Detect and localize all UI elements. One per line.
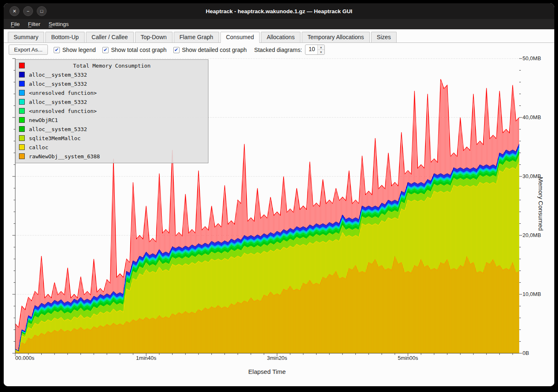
menubar: FileFilterSettings (4, 19, 554, 29)
maximize-button[interactable]: □ (37, 6, 47, 16)
tab-summary[interactable]: Summary (8, 32, 44, 42)
legend-swatch (19, 72, 25, 77)
close-button[interactable]: ✕ (9, 6, 19, 16)
checkbox-show-total-cost-graph[interactable]: ✔Show total cost graph (102, 47, 167, 53)
toolbar: Export As... ✔Show legend✔Show total cos… (4, 43, 554, 56)
legend-label: calloc (29, 144, 48, 150)
legend-swatch (19, 126, 25, 132)
stacked-diagrams-spinbox[interactable]: 10 ▴ ▾ (305, 45, 325, 55)
export-as-button[interactable]: Export As... (9, 45, 48, 55)
titlebar: ✕ − □ Heaptrack - heaptrack.wakunode.1.g… (4, 3, 554, 19)
legend-label: newObjRC1 (29, 117, 58, 123)
checkbox-label: Show legend (62, 47, 96, 53)
minimize-button[interactable]: − (23, 6, 33, 16)
chart-legend: Total Memory Consumptionalloc__system_53… (15, 59, 208, 163)
maximize-icon: □ (40, 9, 43, 14)
y-axis-title: Memory Consumed (537, 177, 544, 231)
legend-item: rawNewObj__system_6388 (16, 152, 208, 161)
legend-item: newObjRC1 (16, 115, 208, 124)
legend-item: sqlite3MemMalloc (16, 134, 208, 143)
legend-label: alloc__system_5332 (29, 72, 87, 78)
menu-settings[interactable]: Settings (45, 20, 73, 28)
spin-up-icon[interactable]: ▴ (318, 45, 324, 49)
checkbox-label: Show detailed cost graph (182, 47, 247, 53)
legend-item: calloc (16, 143, 208, 152)
tab-caller-callee[interactable]: Caller / Callee (86, 32, 134, 42)
legend-swatch (19, 108, 25, 114)
legend-label: alloc__system_5332 (29, 81, 87, 87)
y-tick-label: 20,0MB (523, 232, 541, 238)
checkbox-show-legend[interactable]: ✔Show legend (54, 47, 96, 53)
stacked-diagrams-label: Stacked diagrams: (254, 47, 302, 53)
legend-item: alloc__system_5332 (16, 97, 208, 106)
legend-swatch (19, 99, 25, 105)
legend-swatch (19, 135, 25, 141)
y-tick-label: 0B (523, 350, 529, 356)
x-tick-label: 1min40s (136, 355, 156, 361)
legend-item: <unresolved function> (16, 88, 208, 97)
legend-label: alloc__system_5332 (29, 99, 87, 105)
tab-temporary-allocations[interactable]: Temporary Allocations (302, 32, 370, 42)
y-tick-label: 50,0MB (523, 55, 541, 61)
legend-item: alloc__system_5332 (16, 79, 208, 88)
legend-swatch (19, 153, 25, 159)
tab-bottom-up[interactable]: Bottom-Up (45, 32, 85, 42)
x-tick-label: 5min00s (398, 355, 418, 361)
tab-consumed[interactable]: Consumed (220, 32, 260, 43)
legend-label: rawNewObj__system_6388 (29, 153, 100, 160)
main-content: SummaryBottom-UpCaller / CalleeTop-DownF… (4, 29, 554, 386)
minimize-icon: − (27, 9, 29, 14)
checkmark-icon: ✔ (173, 47, 180, 53)
legend-swatch (19, 90, 25, 96)
legend-item: alloc__system_5332 (16, 124, 208, 134)
checkmark-icon: ✔ (102, 47, 109, 53)
window-controls: ✕ − □ (9, 6, 47, 16)
window-title: Heaptrack - heaptrack.wakunode.1.gz — He… (206, 8, 352, 14)
checkbox-show-detailed-cost-graph[interactable]: ✔Show detailed cost graph (173, 47, 247, 53)
legend-swatch (19, 81, 25, 87)
consumed-chart-area: Total Memory Consumptionalloc__system_53… (4, 56, 554, 386)
tab-top-down[interactable]: Top-Down (135, 32, 173, 42)
x-tick-label: 3min20s (267, 355, 287, 361)
legend-label: <unresolved function> (29, 108, 97, 114)
menu-file[interactable]: File (7, 20, 24, 28)
spinbox-steppers: ▴ ▾ (317, 45, 324, 54)
checkmark-icon: ✔ (54, 47, 60, 53)
close-icon: ✕ (12, 9, 16, 14)
tab-bar: SummaryBottom-UpCaller / CalleeTop-DownF… (4, 29, 554, 43)
legend-label: <unresolved function> (29, 90, 97, 96)
checkbox-label: Show total cost graph (111, 47, 167, 53)
legend-swatch (19, 144, 25, 150)
x-tick-label: 00.000s (15, 355, 34, 361)
legend-item: alloc__system_5332 (16, 70, 208, 79)
menu-filter[interactable]: Filter (24, 20, 44, 28)
spin-down-icon[interactable]: ▾ (318, 49, 324, 54)
heaptrack-window: ✕ − □ Heaptrack - heaptrack.wakunode.1.g… (4, 3, 554, 386)
y-tick-label: 40,0MB (523, 114, 541, 120)
tab-sizes[interactable]: Sizes (371, 32, 397, 42)
legend-title: Total Memory Consumption (29, 63, 195, 69)
tab-flame-graph[interactable]: Flame Graph (174, 32, 219, 42)
x-axis-title: Elapsed Time (248, 368, 286, 375)
legend-item: <unresolved function> (16, 106, 208, 115)
stacked-diagrams-value: 10 (305, 45, 317, 54)
legend-swatch (19, 117, 25, 123)
y-tick-label: 10,0MB (523, 291, 541, 297)
legend-label: alloc__system_5332 (29, 126, 87, 132)
tab-allocations[interactable]: Allocations (261, 32, 300, 42)
legend-label: sqlite3MemMalloc (29, 135, 80, 141)
legend-swatch (19, 63, 25, 68)
toolbar-checkboxes: ✔Show legend✔Show total cost graph✔Show … (54, 46, 253, 54)
legend-title-row: Total Memory Consumption (16, 61, 208, 70)
